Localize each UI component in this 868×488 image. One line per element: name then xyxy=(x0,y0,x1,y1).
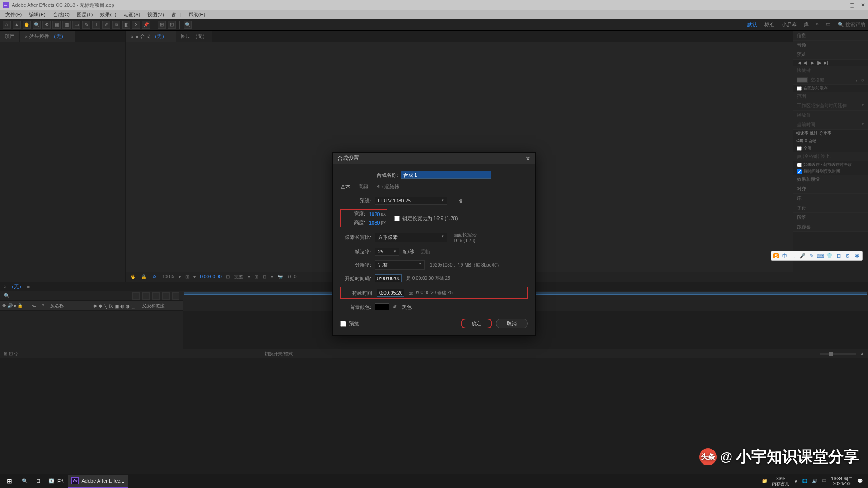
toutiao-logo-icon: 头条 xyxy=(699,448,717,465)
watermark: 头条 @ 小宇知识课堂分享 xyxy=(699,446,859,467)
lock-aspect-label: 锁定长宽比为 16:9 (1.78) xyxy=(402,215,458,222)
frame-aspect-label: 画面长宽比: xyxy=(453,232,477,238)
composition-settings-dialog-overlay: 合成设置 ✕ 合成名称: 基本 高级 3D 渲染器 预设: HDTV 1080 … xyxy=(0,0,868,488)
search-taskbar-button[interactable]: 🔍 xyxy=(18,475,32,488)
dialog-close-button[interactable]: ✕ xyxy=(525,155,531,162)
eyedropper-icon[interactable]: ✐ xyxy=(393,304,397,310)
height-label: 高度: xyxy=(342,219,369,226)
par-label: 像素长宽比: xyxy=(340,234,375,241)
task-view-button[interactable]: ⊡ xyxy=(33,475,44,488)
tray-volume-icon[interactable]: 🔊 xyxy=(812,479,817,483)
start-timecode-input[interactable] xyxy=(375,274,402,282)
height-input[interactable]: 1080 xyxy=(369,220,380,225)
preset-label: 预设: xyxy=(340,197,375,204)
comp-name-input[interactable] xyxy=(401,171,491,179)
fps-unit: 帧/秒 xyxy=(403,249,414,255)
tray-date[interactable]: 2024/4/9 xyxy=(833,481,851,486)
width-input[interactable]: 1920 xyxy=(369,211,380,217)
memory-percent: 33% xyxy=(776,476,785,481)
start-button[interactable]: ⊞ xyxy=(2,475,17,488)
preset-dropdown[interactable]: HDTV 1080 25 xyxy=(375,197,447,205)
resolution-info: 868x488，7.9 MB（每 8bpc 帧） xyxy=(430,262,501,268)
watermark-at: @ xyxy=(720,450,732,464)
px-unit: px xyxy=(381,220,386,225)
tray-explorer-icon[interactable]: 📁 xyxy=(762,479,767,483)
watermark-name: 小宇知识课堂分享 xyxy=(736,446,859,467)
start-timecode-info: 是 0:00:00:00 基础 25 xyxy=(406,275,450,282)
resolution-dropdown[interactable]: 完整 xyxy=(375,260,425,270)
drive-icon: 💽 xyxy=(48,478,55,484)
duration-info: 是 0:00:05:20 基础 25 xyxy=(409,290,453,296)
explorer-drive-button[interactable]: 💽 E:\ xyxy=(45,475,67,488)
delete-preset-icon[interactable] xyxy=(459,198,463,203)
duration-input[interactable] xyxy=(377,289,404,297)
cancel-button[interactable]: 取消 xyxy=(496,319,528,328)
drive-label: E:\ xyxy=(57,479,63,484)
tray-time[interactable]: 19:34 周二 xyxy=(831,476,853,481)
dropframe-label: 丢帧 xyxy=(420,249,430,255)
preview-label: 预览 xyxy=(349,320,359,327)
duration-label: 持续时间: xyxy=(343,290,377,296)
lock-aspect-checkbox[interactable] xyxy=(394,216,400,221)
resolution-label: 分辨率: xyxy=(340,262,375,268)
frame-aspect-value: 16:9 (1.78) xyxy=(453,238,477,243)
ok-button[interactable]: 确定 xyxy=(461,319,492,328)
preview-checkbox[interactable] xyxy=(340,321,346,327)
pixel-aspect-dropdown[interactable]: 方形像素 xyxy=(375,233,447,242)
framerate-label: 帧速率: xyxy=(340,249,375,255)
composition-settings-dialog: 合成设置 ✕ 合成名称: 基本 高级 3D 渲染器 预设: HDTV 1080 … xyxy=(332,152,536,336)
ae-task-label: Adobe After Effec... xyxy=(81,478,124,483)
width-label: 宽度: xyxy=(342,211,369,217)
tray-overflow-icon[interactable]: ∧ xyxy=(794,479,797,483)
dialog-title: 合成设置 xyxy=(337,155,359,162)
start-timecode-label: 开始时间码: xyxy=(340,275,375,282)
bg-color-swatch[interactable] xyxy=(375,303,389,310)
after-effects-task-button[interactable]: Ae Adobe After Effec... xyxy=(68,475,128,488)
windows-taskbar: ⊞ 🔍 ⊡ 💽 E:\ Ae Adobe After Effec... 📁 33… xyxy=(0,474,868,488)
framerate-dropdown[interactable]: 25 xyxy=(375,248,399,256)
memory-label: 内存占用 xyxy=(772,481,790,486)
px-unit: px xyxy=(381,211,386,216)
tray-network-icon[interactable]: 🌐 xyxy=(802,479,807,483)
tab-3d-renderer[interactable]: 3D 渲染器 xyxy=(377,183,399,192)
tab-basic[interactable]: 基本 xyxy=(340,183,350,192)
tray-ime-icon[interactable]: 中 xyxy=(822,478,826,484)
comp-name-label: 合成名称: xyxy=(377,172,398,178)
bg-color-name: 黑色 xyxy=(402,304,412,310)
tab-advanced[interactable]: 高级 xyxy=(359,183,368,192)
save-preset-icon[interactable] xyxy=(451,198,456,203)
bg-color-label: 背景颜色: xyxy=(340,304,375,310)
notification-center-button[interactable]: 💬 xyxy=(857,479,863,483)
ae-taskbar-icon: Ae xyxy=(71,477,79,484)
